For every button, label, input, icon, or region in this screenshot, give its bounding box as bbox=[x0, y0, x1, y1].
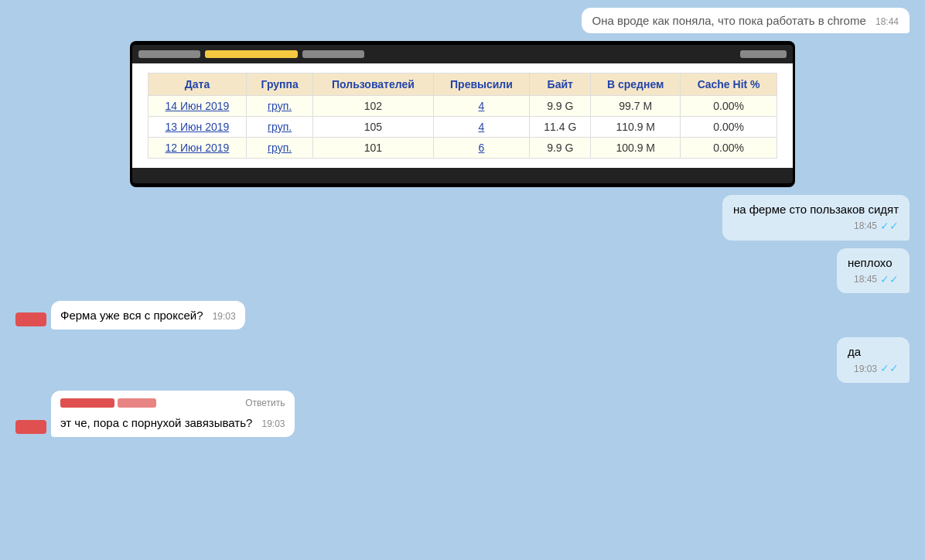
cell-exceeded-0[interactable]: 4 bbox=[433, 96, 530, 117]
screenshot-bubble: Дата Группа Пользователей Превысили Байт… bbox=[130, 41, 795, 187]
th-cache: Cache Hit % bbox=[681, 73, 777, 96]
reply-sender-blob bbox=[60, 398, 114, 408]
cell-bytes-0: 9.9 G bbox=[530, 96, 591, 117]
table-body: 14 Июн 2019 груп. 102 4 9.9 G 99.7 M 0.0… bbox=[148, 96, 777, 159]
th-avg: В среднем bbox=[591, 73, 681, 96]
msg-neplokho-checks: ✓✓ bbox=[880, 272, 899, 288]
msg-top-text: Она вроде как поняла, что пока работать … bbox=[592, 14, 866, 27]
cell-avg-0: 99.7 M bbox=[591, 96, 681, 117]
cell-users-2: 101 bbox=[313, 138, 433, 159]
reply-sender-blob2 bbox=[118, 398, 156, 408]
cell-bytes-1: 11.4 G bbox=[530, 117, 591, 138]
msg-pornukha-time: 19:03 bbox=[261, 418, 285, 429]
msg-ferma-question: Ферма уже вся с проксей? 19:03 bbox=[51, 301, 245, 330]
msg-ferma-time: 19:03 bbox=[213, 311, 236, 322]
msg-reply-wrapper: Ответить эт че, пора с порнухой завязыва… bbox=[15, 391, 295, 437]
msg-top: Она вроде как поняла, что пока работать … bbox=[582, 8, 910, 33]
msg-ferma-question-wrapper: Ферма уже вся с проксей? 19:03 bbox=[15, 301, 245, 330]
table-row: 13 Июн 2019 груп. 105 4 11.4 G 110.9 M 0… bbox=[148, 117, 777, 138]
table-row: 12 Июн 2019 груп. 101 6 9.9 G 100.9 M 0.… bbox=[148, 138, 777, 159]
th-group: Группа bbox=[246, 73, 312, 96]
msg-farm-text: на ферме сто пользаков сидят bbox=[733, 203, 899, 216]
cell-avg-1: 110.9 M bbox=[591, 117, 681, 138]
cell-date-1[interactable]: 13 Июн 2019 bbox=[148, 117, 247, 138]
msg-pornukha-text: эт че, пора с порнухой завязывать? bbox=[60, 416, 252, 429]
reply-action-label: Ответить bbox=[245, 397, 285, 410]
avatar-blob-1 bbox=[15, 312, 46, 326]
msg-neplokho-time: 18:45 bbox=[854, 273, 877, 286]
cell-group-1[interactable]: груп. bbox=[246, 117, 312, 138]
data-table: Дата Группа Пользователей Превысили Байт… bbox=[148, 73, 777, 159]
msg-farm: на ферме сто пользаков сидят 18:45 ✓✓ bbox=[722, 195, 910, 241]
cell-date-2[interactable]: 12 Июн 2019 bbox=[148, 138, 247, 159]
msg-neplokho-text: неплохо bbox=[848, 256, 893, 269]
cell-users-1: 105 bbox=[313, 117, 433, 138]
cell-cache-2: 0.00% bbox=[681, 138, 777, 159]
msg-ferma-text: Ферма уже вся с проксей? bbox=[60, 309, 203, 322]
msg-da: да 19:03 ✓✓ bbox=[837, 337, 910, 383]
th-bytes: Байт bbox=[530, 73, 591, 96]
cell-date-0[interactable]: 14 Июн 2019 bbox=[148, 96, 247, 117]
th-exceeded: Превысили bbox=[433, 73, 530, 96]
cell-exceeded-2[interactable]: 6 bbox=[433, 138, 530, 159]
th-date: Дата bbox=[148, 73, 247, 96]
cell-group-0[interactable]: груп. bbox=[246, 96, 312, 117]
chat-container: Она вроде как поняла, что пока работать … bbox=[0, 0, 925, 560]
msg-da-time: 19:03 bbox=[854, 363, 877, 376]
msg-farm-time: 18:45 bbox=[854, 220, 877, 233]
cell-users-0: 102 bbox=[313, 96, 433, 117]
table-row: 14 Июн 2019 груп. 102 4 9.9 G 99.7 M 0.0… bbox=[148, 96, 777, 117]
msg-da-text: да bbox=[848, 345, 861, 358]
cell-cache-1: 0.00% bbox=[681, 117, 777, 138]
table-container: Дата Группа Пользователей Превысили Байт… bbox=[132, 63, 793, 168]
cell-avg-2: 100.9 M bbox=[591, 138, 681, 159]
cell-cache-0: 0.00% bbox=[681, 96, 777, 117]
avatar-blob-2 bbox=[15, 420, 46, 434]
msg-da-checks: ✓✓ bbox=[880, 361, 899, 377]
cell-group-2[interactable]: груп. bbox=[246, 138, 312, 159]
cell-exceeded-1[interactable]: 4 bbox=[433, 117, 530, 138]
msg-neplokho: неплохо 18:45 ✓✓ bbox=[837, 248, 910, 294]
msg-top-time: 18:44 bbox=[876, 16, 899, 27]
th-users: Пользователей bbox=[313, 73, 433, 96]
table-header: Дата Группа Пользователей Превысили Байт… bbox=[148, 73, 777, 96]
msg-farm-checks: ✓✓ bbox=[880, 219, 899, 234]
cell-bytes-2: 9.9 G bbox=[530, 138, 591, 159]
msg-reply-pornukha: Ответить эт че, пора с порнухой завязыва… bbox=[51, 391, 295, 437]
